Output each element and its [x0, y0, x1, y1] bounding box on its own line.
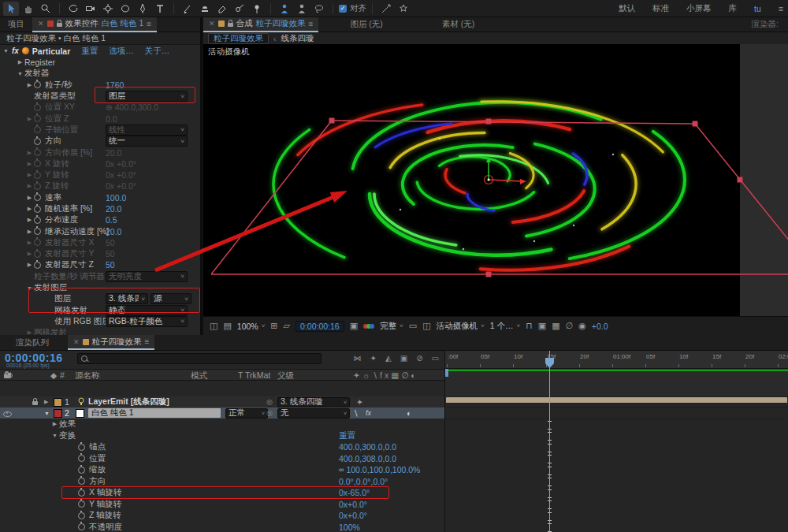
- stopwatch-icon[interactable]: [34, 115, 41, 122]
- star-tool-icon[interactable]: [396, 2, 411, 16]
- layer-name[interactable]: LayerEmit [线条四璇]: [88, 396, 169, 407]
- stopwatch-icon[interactable]: [78, 444, 85, 451]
- fast-previews-icon[interactable]: ▣: [538, 321, 546, 331]
- pixel-aspect-icon[interactable]: ⊓: [526, 321, 533, 331]
- parent-column-header[interactable]: 父级: [277, 370, 294, 381]
- expand-arrow-icon[interactable]: ▶: [25, 229, 34, 235]
- param-row[interactable]: 方向0.0°,0.0°,0.0°: [0, 476, 445, 488]
- motion-sketch-icon[interactable]: [378, 2, 394, 16]
- collapse-arrow-icon[interactable]: ▼: [50, 433, 59, 438]
- param-row[interactable]: ▼变换重置: [0, 430, 445, 442]
- expand-arrow-icon[interactable]: ▶: [25, 329, 34, 335]
- expand-arrow-icon[interactable]: ▶: [25, 183, 34, 189]
- param-value[interactable]: 0x+0.0°: [339, 511, 367, 520]
- param-row[interactable]: 位置 XY⊕ 400.0,300.0: [0, 102, 200, 113]
- param-row[interactable]: 网格发射静态˅: [0, 305, 200, 316]
- expand-arrow-icon[interactable]: ▶: [25, 206, 34, 212]
- param-row[interactable]: 不透明度100%: [0, 522, 445, 532]
- timeline-track-area[interactable]: :00f05f10f15f20f01:00f05f10f15f20f02:00f: [445, 351, 788, 532]
- expand-arrow-icon[interactable]: ▶: [44, 396, 48, 407]
- pickwhip-icon[interactable]: ◎: [266, 407, 273, 419]
- param-value[interactable]: 0x+0.0°: [339, 500, 367, 509]
- stopwatch-icon[interactable]: [78, 455, 85, 462]
- work-area-start-handle[interactable]: [445, 369, 448, 377]
- tab-timeline-comp[interactable]: ✕ 粒子四璇效果 ≡: [68, 335, 154, 350]
- grid-guides-icon[interactable]: ⊞: [270, 321, 277, 331]
- param-row[interactable]: 锚点400.0,300.0,0.0: [0, 441, 445, 453]
- stopwatch-icon[interactable]: [34, 183, 41, 190]
- stopwatch-icon[interactable]: [78, 478, 85, 485]
- param-row[interactable]: ▶速率100.0: [0, 192, 200, 203]
- brush-tool-icon[interactable]: [180, 2, 195, 16]
- roto-brush-tool-icon[interactable]: [232, 2, 247, 16]
- mask-visibility-icon[interactable]: ▱: [284, 321, 290, 331]
- composition-mini-flowchart-icon[interactable]: ⋈: [354, 354, 362, 363]
- stopwatch-icon[interactable]: [34, 81, 41, 88]
- collapse-arrow-icon[interactable]: ▼: [3, 48, 9, 54]
- tab-footage-viewer[interactable]: 素材 (无): [434, 19, 482, 30]
- param-value[interactable]: 0.5: [106, 215, 117, 225]
- parent-dropdown[interactable]: 无˅: [277, 407, 350, 419]
- param-row[interactable]: X 轴旋转0x-65.0°: [0, 487, 445, 499]
- expand-arrow-icon[interactable]: ▶: [25, 262, 34, 268]
- close-tab-icon[interactable]: ✕: [38, 20, 44, 28]
- layer-label-color[interactable]: [54, 407, 62, 419]
- param-value[interactable]: 400.0,308.0,0.0: [339, 454, 396, 463]
- param-value[interactable]: 0.0°,0.0°,0.0°: [339, 477, 388, 486]
- param-row[interactable]: 缩放∞100.0,100.0,100.0%: [0, 464, 445, 476]
- param-row[interactable]: 粒子数量/秒 调节器无明亮度˅: [0, 271, 200, 282]
- region-of-interest-icon[interactable]: ▭: [409, 321, 417, 331]
- param-value[interactable]: 0x +0.0°: [106, 170, 136, 180]
- layer-label-color[interactable]: [54, 396, 62, 407]
- dropdown[interactable]: 线性˅: [106, 125, 188, 136]
- character-panel-icon[interactable]: [277, 2, 292, 16]
- panel-menu-icon[interactable]: ≡: [145, 337, 150, 346]
- camera-tool-icon[interactable]: [83, 2, 98, 16]
- stopwatch-icon[interactable]: [78, 467, 85, 474]
- stopwatch-icon[interactable]: [34, 172, 41, 179]
- expand-arrow-icon[interactable]: ▶: [25, 150, 34, 156]
- param-row[interactable]: 使用 RGB 图层RGB-粒子颜色˅: [0, 316, 200, 327]
- clone-stamp-tool-icon[interactable]: [197, 2, 213, 16]
- collapse-arrow-icon[interactable]: ▼: [25, 285, 34, 291]
- view-layout-dropdown[interactable]: 1 个…˅: [490, 321, 520, 332]
- snapshot-camera-icon[interactable]: ▣: [350, 321, 358, 331]
- param-row[interactable]: ▶方向伸展 [%]20.0: [0, 147, 200, 158]
- param-row[interactable]: ▶发射器尺寸 X50: [0, 237, 200, 248]
- orbit-camera-tool-icon[interactable]: [65, 2, 81, 16]
- param-row[interactable]: ▶发射器尺寸 Y50: [0, 248, 200, 259]
- viewer-current-time[interactable]: 0:00:00:16: [296, 321, 344, 332]
- tab-project[interactable]: 项目: [0, 19, 32, 30]
- zoom-tool-icon[interactable]: [38, 2, 54, 16]
- dropdown[interactable]: 统一˅: [106, 136, 188, 147]
- flowchart-icon[interactable]: ∅: [566, 321, 574, 331]
- timeline-button-icon[interactable]: ▦: [552, 321, 559, 331]
- crumb-current-comp[interactable]: 粒子四璇效果: [208, 33, 269, 44]
- expand-arrow-icon[interactable]: ▶: [25, 116, 34, 122]
- viewer-stage[interactable]: 活动摄像机: [203, 44, 788, 316]
- snap-align-toggle[interactable]: ✓ 对齐: [339, 3, 366, 14]
- reset-link[interactable]: 重置: [81, 46, 98, 57]
- param-value[interactable]: 0x +0.0°: [106, 159, 136, 169]
- param-value[interactable]: 50: [106, 238, 115, 247]
- param-value[interactable]: 20.0: [106, 227, 121, 236]
- param-value[interactable]: 20.0: [106, 148, 121, 158]
- stopwatch-icon[interactable]: [34, 194, 41, 201]
- expand-arrow-icon[interactable]: ▶: [25, 217, 34, 223]
- collapse-arrow-icon[interactable]: ▼: [44, 407, 50, 419]
- timeline-search-input[interactable]: [77, 353, 322, 364]
- exposure-reset-icon[interactable]: ◉: [578, 321, 586, 331]
- dropdown[interactable]: 源˅: [151, 293, 191, 304]
- expand-arrow-icon[interactable]: ▶: [25, 240, 34, 246]
- param-row[interactable]: ▶发射器尺寸 Z50: [0, 259, 200, 270]
- param-value[interactable]: 50: [106, 249, 115, 259]
- param-row[interactable]: ▶粒子/秒1760: [0, 80, 200, 91]
- param-value[interactable]: 0x-65.0°: [339, 488, 370, 497]
- param-row[interactable]: Y 轴旋转0x+0.0°: [0, 499, 445, 511]
- param-row[interactable]: ▶分布速度0.5: [0, 214, 200, 225]
- param-value[interactable]: 100.0: [106, 193, 126, 203]
- param-row[interactable]: ▼发射器: [0, 68, 200, 79]
- param-row[interactable]: ▶Register: [0, 57, 200, 68]
- param-value[interactable]: 0.0: [106, 114, 117, 124]
- pickwhip-icon[interactable]: ◎: [266, 396, 273, 407]
